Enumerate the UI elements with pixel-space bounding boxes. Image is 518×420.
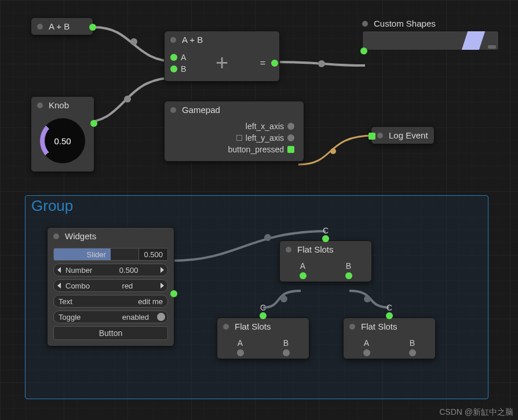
input-port[interactable]: [369, 133, 375, 140]
arrow-right-icon[interactable]: [160, 283, 164, 288]
toggle-dot-icon[interactable]: [157, 313, 165, 321]
output-port[interactable]: [271, 60, 278, 67]
top-port[interactable]: [260, 312, 267, 319]
port-label: B: [181, 64, 186, 74]
port-label: B: [410, 338, 415, 348]
node-title: Knob: [49, 100, 69, 110]
widget-value: enabled: [118, 313, 154, 322]
button-widget[interactable]: Button: [53, 326, 168, 340]
node-flat-slots-2[interactable]: C Flat Slots A B: [217, 317, 309, 359]
port-label: left_y_axis: [246, 133, 284, 143]
widget-label: Text: [54, 297, 77, 306]
bottom-port-a[interactable]: [300, 272, 307, 279]
bottom-port-b[interactable]: [283, 349, 290, 356]
output-port[interactable]: [89, 24, 96, 31]
bottom-port-b[interactable]: [409, 349, 416, 356]
arrow-right-icon[interactable]: [160, 267, 164, 273]
node-knob[interactable]: Knob 0.50: [31, 96, 94, 172]
node-dot-icon: [377, 133, 383, 138]
node-dot-icon: [37, 24, 43, 30]
port-label: C: [386, 303, 392, 312]
shape-slant: [462, 31, 485, 50]
input-port[interactable]: [360, 48, 367, 54]
widget-value: red: [118, 282, 138, 290]
port-label: C: [323, 226, 329, 235]
node-dot-icon: [53, 233, 59, 239]
checkbox-icon: [236, 135, 242, 141]
node-title: A + B: [182, 35, 203, 45]
node-flat-slots-3[interactable]: C Flat Slots A B: [343, 317, 436, 359]
node-title: Custom Shapes: [374, 19, 436, 28]
node-title: Widgets: [65, 231, 96, 241]
output-port[interactable]: [287, 146, 294, 153]
text-widget[interactable]: Text edit me: [53, 295, 168, 308]
group-title: Group: [31, 197, 73, 215]
port-label: C: [260, 303, 266, 312]
node-dot-icon: [37, 103, 43, 108]
node-ab-small[interactable]: A + B: [31, 17, 93, 35]
node-title: Gamepad: [182, 105, 220, 115]
node-title: A + B: [49, 21, 70, 31]
toggle-widget[interactable]: Toggle enabled: [53, 311, 168, 323]
widget-label: Toggle: [54, 313, 85, 322]
node-gamepad[interactable]: Gamepad left_x_axis left_y_axis button_p…: [164, 101, 304, 162]
watermark: CSDN @新缸中之脑: [439, 407, 513, 418]
node-custom-shapes[interactable]: Custom Shapes: [362, 19, 499, 50]
port-label: A: [181, 53, 186, 62]
node-dot-icon: [362, 21, 368, 27]
combo-widget[interactable]: Combo red: [53, 279, 168, 292]
node-title: Log Event: [389, 130, 428, 140]
number-widget[interactable]: Number 0.500: [53, 264, 168, 276]
output-port[interactable]: [90, 120, 97, 127]
group-container[interactable]: Group Widgets Slider 0.500 Number 0.500 …: [25, 195, 488, 399]
bottom-port-b[interactable]: [345, 272, 352, 279]
widget-label: Combo: [61, 282, 94, 290]
node-log-event[interactable]: Log Event: [371, 126, 435, 144]
port-label: button_pressed: [228, 145, 284, 154]
knob-value: 0.50: [54, 136, 71, 146]
input-port-a[interactable]: [170, 54, 177, 61]
node-dot-icon: [170, 107, 176, 113]
port-label: A: [300, 261, 305, 271]
port-label: A: [364, 338, 369, 348]
input-port-b[interactable]: [170, 65, 177, 72]
equals-label: =: [260, 58, 265, 68]
bottom-port-a[interactable]: [363, 349, 370, 356]
port-label: B: [346, 261, 351, 271]
port-label: left_x_axis: [246, 122, 284, 131]
widget-value: 0.500: [138, 249, 167, 260]
node-flat-slots-1[interactable]: C Flat Slots A B: [279, 240, 372, 282]
plus-icon: +: [216, 50, 228, 75]
output-port[interactable]: [287, 134, 294, 141]
port-label: A: [238, 338, 243, 348]
slider-widget[interactable]: Slider 0.500: [53, 248, 168, 261]
node-dot-icon: [170, 37, 176, 43]
node-title: Flat Slots: [297, 244, 334, 254]
node-dot-icon: [286, 247, 291, 253]
output-port[interactable]: [287, 123, 294, 130]
widget-value: edit me: [133, 297, 167, 306]
widget-value: 0.500: [115, 266, 143, 275]
node-title: Flat Slots: [361, 322, 397, 331]
bottom-port-a[interactable]: [237, 349, 244, 356]
knob-control[interactable]: 0.50: [40, 118, 85, 163]
output-port[interactable]: [170, 290, 177, 297]
custom-shape-bar[interactable]: [362, 31, 499, 50]
node-dot-icon: [223, 324, 229, 330]
top-port[interactable]: [386, 312, 393, 319]
top-port[interactable]: [322, 235, 329, 242]
widget-label: Number: [61, 266, 97, 275]
widget-label: Slider: [82, 250, 111, 259]
port-label: B: [283, 338, 289, 348]
node-widgets[interactable]: Widgets Slider 0.500 Number 0.500 Combo …: [47, 227, 174, 346]
node-title: Flat Slots: [235, 322, 271, 331]
resize-handle-icon[interactable]: [488, 45, 496, 49]
node-dot-icon: [349, 324, 355, 330]
node-ab-big[interactable]: A + B A B + =: [164, 31, 280, 82]
